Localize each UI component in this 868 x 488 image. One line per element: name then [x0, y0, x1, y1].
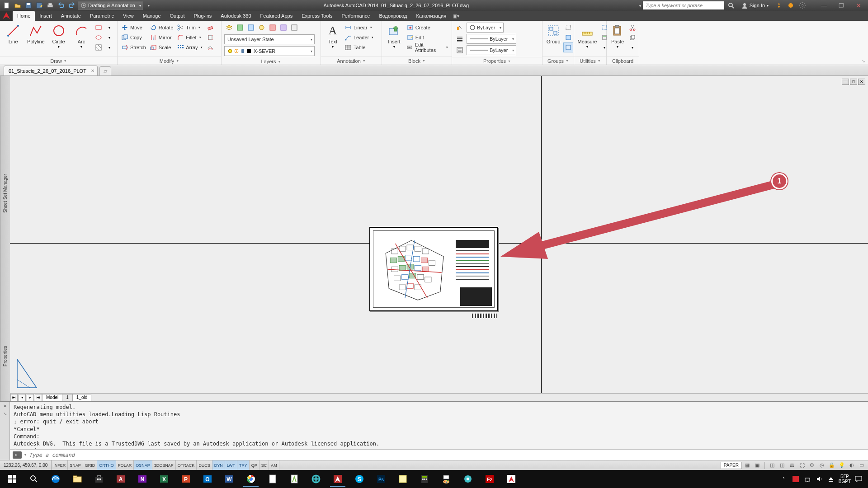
linetype-combo[interactable]: ByLayer [467, 45, 516, 55]
status-toggle-3dosnap[interactable]: 3DOSNAP [152, 460, 176, 470]
ellipse-icon[interactable] [94, 33, 104, 42]
document-tab[interactable]: 01_Situaciq_2_26_07_2016_PLOT ✕ [4, 66, 98, 75]
sb-layout-icon[interactable]: ▣ [753, 461, 762, 469]
menu-tab-водопровод[interactable]: Водопровод [374, 11, 411, 21]
sb-hardware-icon[interactable]: 💡 [837, 461, 846, 469]
status-toggle-snap[interactable]: SNAP [68, 460, 83, 470]
drawing-canvas[interactable]: — □ ✕ [10, 76, 868, 401]
array-button[interactable]: Array▾ [176, 42, 203, 52]
vp-maximize-icon[interactable]: □ [850, 79, 857, 85]
arc-button[interactable]: Arc▼ [71, 23, 92, 49]
status-toggle-dyn[interactable]: DYN [212, 460, 225, 470]
qat-undo-icon[interactable] [56, 1, 66, 10]
cut-icon[interactable] [627, 23, 637, 33]
sb-workspace-icon[interactable]: ◎ [817, 461, 826, 469]
layout-tab-model[interactable]: Model [42, 394, 62, 401]
sb-quickview2-icon[interactable]: ◫ [778, 461, 787, 469]
tray-chevron-icon[interactable]: ˄ [780, 475, 788, 483]
tray-eject-icon[interactable] [827, 475, 835, 483]
ribbon-minimize-icon[interactable]: ▣▾ [451, 11, 462, 21]
cmdwin-close-icon[interactable]: ✕ [3, 404, 7, 408]
notepad-icon[interactable] [262, 471, 283, 487]
menu-tab-home[interactable]: Home [13, 11, 35, 21]
workspace-selector[interactable]: Drafting & Annotation [78, 1, 143, 10]
rectangle-icon[interactable] [94, 23, 104, 33]
autocad-taskbar-icon[interactable] [327, 471, 348, 487]
start-button[interactable] [2, 471, 23, 487]
sb-lock-icon[interactable]: 🔒 [827, 461, 836, 469]
explode-icon[interactable] [205, 33, 215, 42]
sticky-icon[interactable] [392, 471, 413, 487]
lineweight-icon[interactable] [455, 34, 465, 44]
layout-nav-next-icon[interactable]: ▸ [27, 394, 34, 401]
qat-dropdown-icon[interactable]: ▾ [144, 1, 154, 10]
status-toggle-lwt[interactable]: LWT [225, 460, 237, 470]
app2-icon[interactable] [458, 471, 478, 487]
word-icon[interactable]: W [219, 471, 240, 487]
edge-icon[interactable] [45, 471, 66, 487]
ungroup-icon[interactable] [563, 23, 573, 33]
linear-dim-button[interactable]: Linear▾ [344, 23, 374, 33]
leader-button[interactable]: Leader▾ [344, 33, 374, 42]
powerpoint-icon[interactable]: P [175, 471, 196, 487]
window-close-button[interactable]: ✕ [851, 1, 866, 10]
tray-network-icon[interactable] [803, 475, 811, 483]
groupedit-icon[interactable] [563, 33, 573, 42]
layer-icon4[interactable] [257, 23, 267, 33]
tray-app-icon[interactable] [792, 475, 800, 483]
status-toggle-polar[interactable]: POLAR [116, 460, 134, 470]
sb-grid-icon[interactable]: ▦ [743, 461, 752, 469]
excel-icon[interactable]: X [154, 471, 175, 487]
app1-icon[interactable] [306, 471, 326, 487]
qat-save-icon[interactable] [24, 1, 33, 10]
coordinates-display[interactable]: 1232.26, 459.67, 0.00 [0, 460, 52, 470]
properties-palette-tab[interactable]: Properties [0, 311, 10, 401]
language-indicator[interactable]: БГРBGPT [839, 474, 851, 484]
window-minimize-button[interactable]: — [816, 1, 832, 10]
paint-icon[interactable] [436, 471, 457, 487]
table-button[interactable]: Table [344, 42, 374, 52]
qat-open-icon[interactable] [13, 1, 23, 10]
calc-icon[interactable] [414, 471, 435, 487]
qat-saveas-icon[interactable] [34, 1, 44, 10]
cmdwin-options-icon[interactable]: ↘ [3, 411, 7, 416]
trim-button[interactable]: Trim▾ [176, 23, 203, 33]
search-button[interactable] [24, 471, 44, 487]
layout-nav-first-icon[interactable]: ⏮ [10, 394, 18, 401]
onenote-icon[interactable]: N [132, 471, 153, 487]
chrome-icon[interactable] [241, 471, 261, 487]
layer-icon7[interactable] [289, 23, 299, 33]
help-search-input[interactable] [643, 1, 724, 9]
group-button[interactable]: Group [545, 23, 561, 45]
menu-tab-канализация[interactable]: Канализация [411, 11, 451, 21]
layout-tab-1[interactable]: 1 [62, 394, 73, 401]
block-edit-button[interactable]: Edit [406, 33, 449, 42]
color-combo[interactable]: ByLayer [467, 23, 504, 33]
status-toggle-grid[interactable]: GRID [83, 460, 98, 470]
skype-icon[interactable]: S [349, 471, 370, 487]
rotate-button[interactable]: Rotate [149, 23, 174, 33]
menu-tab-output[interactable]: Output [165, 11, 189, 21]
qat-redo-icon[interactable] [67, 1, 77, 10]
lineweight-combo[interactable]: ByLayer [467, 34, 516, 44]
layer-state-combo[interactable]: Unsaved Layer State [224, 34, 315, 44]
sb-clean-icon[interactable]: ▭ [857, 461, 866, 469]
status-toggle-ducs[interactable]: DUCS [197, 460, 212, 470]
outlook-icon[interactable]: O [197, 471, 218, 487]
block-editattr-button[interactable]: abEdit Attributes▾ [406, 42, 449, 52]
tray-volume-icon[interactable] [815, 475, 823, 483]
window-restore-button[interactable]: ❐ [834, 1, 849, 10]
filezilla-icon[interactable]: Fz [479, 471, 500, 487]
menu-tab-manage[interactable]: Manage [138, 11, 165, 21]
mirror-button[interactable]: Mirror [149, 33, 174, 42]
layout-tab-1_old[interactable]: 1_old [72, 394, 91, 401]
menu-tab-performance[interactable]: Performance [337, 11, 374, 21]
status-toggle-tpy[interactable]: TPY [237, 460, 250, 470]
layer-current-combo[interactable]: X-SEVER [224, 46, 315, 56]
layer-icon3[interactable] [246, 23, 256, 33]
sb-annovis-icon[interactable]: ⛶ [797, 461, 807, 469]
menu-tab-express-tools[interactable]: Express Tools [297, 11, 337, 21]
layer-icon5[interactable] [268, 23, 278, 33]
draw-dd2-icon[interactable]: ▾ [104, 33, 114, 42]
status-toggle-qp[interactable]: QP [250, 460, 259, 470]
